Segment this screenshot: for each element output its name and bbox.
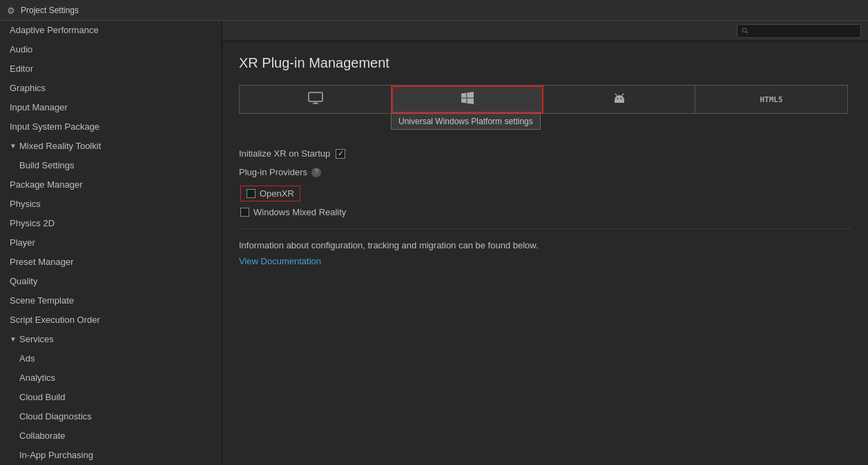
provider-wmr[interactable]: Windows Mixed Reality: [239, 207, 851, 217]
sidebar-item-graphics[interactable]: Graphics: [0, 79, 222, 98]
svg-line-8: [615, 94, 617, 95]
wmr-label: Windows Mixed Reality: [253, 207, 346, 217]
sidebar-item-physics[interactable]: Physics: [0, 195, 222, 214]
arrow-icon: ▼: [10, 333, 19, 346]
sidebar-item-label: Editor: [10, 63, 33, 74]
sidebar-item-mixed-reality-toolkit[interactable]: ▼Mixed Reality Toolkit: [0, 137, 222, 156]
initialize-xr-label: Initialize XR on Startup: [239, 148, 330, 159]
sidebar-item-analytics[interactable]: Analytics: [0, 368, 222, 388]
sidebar-item-input-manager[interactable]: Input Manager: [0, 98, 222, 117]
sidebar-item-adaptive-performance[interactable]: Adaptive Performance: [0, 21, 222, 40]
info-text: Information about configuration, trackin…: [239, 240, 851, 250]
sidebar-item-input-system-package[interactable]: Input System Package: [0, 117, 222, 137]
content-area: XR Plug-in Management HTML5 Universal Wi…: [222, 21, 868, 465]
sidebar-item-label: Ads: [19, 353, 35, 364]
sidebar-item-label: Cloud Diagnostics: [19, 411, 92, 422]
svg-line-9: [622, 94, 624, 95]
providers-row: Plug-in Providers ?: [239, 167, 851, 177]
sidebar-item-build-settings[interactable]: Build Settings: [0, 156, 222, 175]
sidebar: Adaptive PerformanceAudioEditorGraphicsI…: [0, 21, 222, 465]
page-title: XR Plug-in Management: [239, 55, 851, 71]
sidebar-item-label: Input System Package: [10, 121, 99, 132]
svg-point-6: [617, 98, 618, 99]
platform-tabs-container: HTML5 Universal Windows Platform setting…: [239, 85, 851, 114]
sidebar-item-label: Audio: [10, 44, 32, 55]
search-input[interactable]: [751, 27, 856, 35]
sidebar-item-collaborate[interactable]: Collaborate: [0, 426, 222, 446]
sidebar-item-audio[interactable]: Audio: [0, 40, 222, 59]
sidebar-item-label: Physics: [10, 199, 41, 209]
sidebar-item-label: In-App Purchasing: [19, 450, 93, 460]
platform-tab-uwp[interactable]: [392, 86, 543, 113]
sidebar-item-label: Scene Template: [10, 295, 74, 306]
providers-label: Plug-in Providers: [239, 167, 307, 177]
gear-icon: ⚙: [7, 6, 17, 15]
sidebar-item-preset-manager[interactable]: Preset Manager: [0, 253, 222, 272]
sidebar-item-cloud-build[interactable]: Cloud Build: [0, 388, 222, 407]
platform-tabs: HTML5: [239, 85, 848, 114]
provider-openxr[interactable]: OpenXR: [239, 186, 851, 201]
title-bar: ⚙ Project Settings: [0, 0, 868, 21]
monitor-icon: [308, 92, 323, 108]
sidebar-item-label: Adaptive Performance: [10, 25, 99, 35]
platform-tab-pc[interactable]: [240, 86, 392, 113]
sidebar-item-label: Quality: [10, 276, 37, 286]
platform-tab-html5[interactable]: HTML5: [695, 86, 847, 113]
windows-icon: [461, 92, 474, 107]
sidebar-item-scene-template[interactable]: Scene Template: [0, 291, 222, 310]
sidebar-item-label: Analytics: [19, 373, 55, 383]
sidebar-item-label: Collaborate: [19, 431, 66, 441]
sidebar-item-label: Mixed Reality Toolkit: [19, 139, 101, 153]
sidebar-item-editor[interactable]: Editor: [0, 59, 222, 79]
sidebar-item-ads[interactable]: Ads: [0, 349, 222, 368]
main-layout: Adaptive PerformanceAudioEditorGraphicsI…: [0, 21, 868, 465]
initialize-xr-row: Initialize XR on Startup: [239, 148, 851, 159]
arrow-icon: ▼: [10, 139, 19, 153]
help-icon[interactable]: ?: [311, 168, 321, 177]
platform-tab-android[interactable]: [543, 86, 695, 113]
sidebar-item-player[interactable]: Player: [0, 233, 222, 253]
content-scroll: XR Plug-in Management HTML5 Universal Wi…: [222, 41, 868, 465]
sidebar-item-physics-2d[interactable]: Physics 2D: [0, 214, 222, 233]
sidebar-item-label: Services: [19, 333, 54, 346]
sidebar-item-script-execution-order[interactable]: Script Execution Order: [0, 310, 222, 330]
sidebar-item-label: Graphics: [10, 83, 46, 93]
view-documentation-link[interactable]: View Documentation: [239, 256, 321, 266]
divider: [239, 228, 851, 229]
wmr-checkbox[interactable]: [240, 208, 249, 217]
sidebar-item-in-app-purchasing[interactable]: In-App Purchasing: [0, 446, 222, 465]
sidebar-item-label: Build Settings: [19, 160, 75, 170]
svg-line-1: [746, 32, 749, 34]
sidebar-item-quality[interactable]: Quality: [0, 272, 222, 291]
sidebar-item-label: Script Execution Order: [10, 315, 100, 325]
initialize-xr-checkbox[interactable]: [336, 149, 345, 159]
svg-rect-2: [309, 92, 322, 101]
sidebar-item-label: Input Manager: [10, 102, 68, 112]
svg-point-7: [620, 98, 621, 99]
sidebar-item-label: Package Manager: [10, 179, 83, 190]
sidebar-item-package-manager[interactable]: Package Manager: [0, 175, 222, 195]
html5-icon: HTML5: [760, 95, 782, 104]
title-bar-text: Project Settings: [21, 6, 79, 15]
sidebar-item-label: Player: [10, 237, 35, 248]
svg-point-0: [742, 28, 746, 32]
openxr-checkbox[interactable]: [247, 189, 255, 198]
search-icon: [742, 27, 749, 34]
android-icon: [614, 92, 625, 107]
openxr-checkbox-wrapper[interactable]: OpenXR: [240, 186, 300, 201]
openxr-label: OpenXR: [260, 188, 294, 199]
sidebar-item-label: Cloud Build: [19, 392, 66, 402]
sidebar-item-services[interactable]: ▼Services: [0, 330, 222, 349]
search-bar: [222, 21, 868, 41]
sidebar-item-label: Physics 2D: [10, 218, 55, 228]
uwp-settings-button[interactable]: Universal Windows Platform settings: [391, 113, 541, 130]
search-input-wrapper[interactable]: [737, 24, 861, 38]
settings-section: Initialize XR on Startup Plug-in Provide…: [239, 148, 851, 217]
sidebar-item-label: Preset Manager: [10, 257, 74, 267]
sidebar-item-cloud-diagnostics[interactable]: Cloud Diagnostics: [0, 407, 222, 426]
